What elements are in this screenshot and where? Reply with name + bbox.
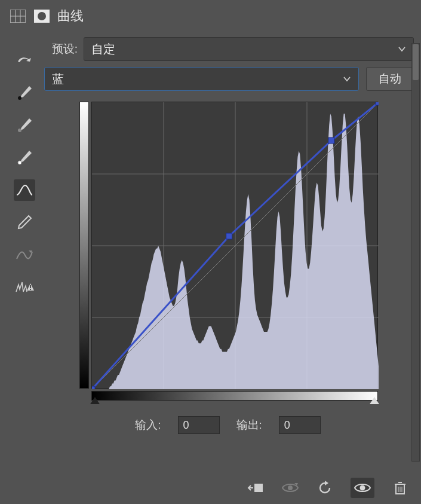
output-gradient: [79, 102, 89, 389]
chevron-down-icon: [398, 45, 406, 53]
preset-label: 预设:: [42, 41, 78, 57]
svg-point-7: [18, 129, 21, 132]
svg-rect-19: [226, 233, 232, 239]
auto-button[interactable]: 自动: [366, 67, 414, 91]
io-readout: 输入: 输出:: [135, 416, 321, 434]
clip-to-layer-icon[interactable]: [247, 480, 265, 496]
black-point-slider[interactable]: [90, 397, 100, 404]
output-field[interactable]: [279, 416, 321, 434]
panel-header: 曲线: [7, 4, 414, 31]
curve-editor[interactable]: [91, 102, 378, 389]
panel-footer: [247, 478, 409, 498]
view-previous-icon[interactable]: [281, 480, 299, 496]
panel-title: 曲线: [57, 7, 84, 25]
channel-select[interactable]: 蓝: [44, 67, 359, 91]
svg-point-8: [18, 161, 21, 164]
eyedropper-white-tool[interactable]: [14, 147, 35, 169]
svg-rect-9: [30, 285, 31, 288]
svg-rect-21: [376, 102, 379, 105]
pencil-tool[interactable]: [14, 212, 35, 233]
eyedropper-black-tool[interactable]: [14, 83, 35, 104]
mask-icon[interactable]: [33, 9, 50, 23]
svg-rect-20: [328, 138, 334, 143]
svg-rect-22: [254, 484, 263, 492]
svg-point-6: [18, 96, 21, 100]
tool-column: [7, 37, 42, 434]
adjustment-icon[interactable]: [10, 9, 26, 23]
scrollbar-thumb[interactable]: [413, 44, 419, 80]
svg-rect-10: [30, 289, 31, 290]
eyedropper-gray-tool[interactable]: [14, 115, 35, 136]
svg-point-5: [38, 12, 46, 20]
chevron-down-icon: [343, 75, 351, 83]
white-point-slider[interactable]: [370, 397, 379, 404]
input-label: 输入:: [135, 417, 161, 433]
preset-select[interactable]: 自定: [84, 37, 414, 61]
clip-warning-tool[interactable]: [14, 276, 35, 298]
curve-point-tool[interactable]: [14, 179, 35, 201]
smooth-tool[interactable]: [14, 244, 35, 265]
preset-value: 自定: [91, 41, 115, 57]
visibility-icon[interactable]: [351, 478, 374, 498]
output-label: 输出:: [236, 417, 262, 433]
svg-point-24: [360, 485, 365, 491]
curve-canvas[interactable]: [92, 102, 379, 389]
channel-value: 蓝: [52, 71, 64, 87]
trash-icon[interactable]: [391, 480, 409, 496]
svg-rect-18: [92, 386, 95, 389]
svg-point-23: [288, 485, 293, 490]
input-field[interactable]: [178, 416, 220, 434]
finger-scrubby-tool[interactable]: [14, 50, 35, 72]
reset-icon[interactable]: [316, 480, 334, 496]
scrollbar[interactable]: [411, 43, 420, 462]
